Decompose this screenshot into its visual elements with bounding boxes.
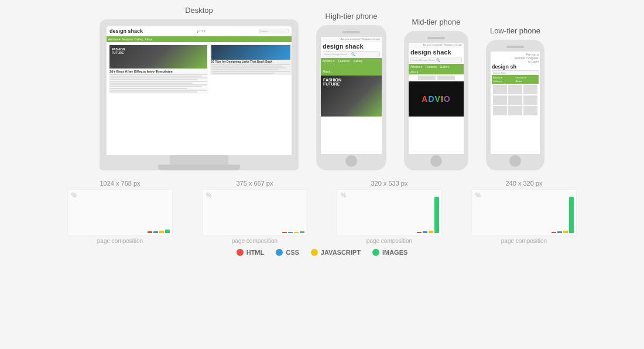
low-html-bar: [551, 232, 556, 233]
low-js-bar: [563, 231, 568, 233]
high-phone-page-label: page composition: [232, 238, 278, 244]
site-content: FASHIONFUTURE 20+ Best After Effects Int…: [107, 42, 292, 95]
low-phone-page-label: page composition: [501, 238, 547, 244]
desktop-img-bar: [165, 230, 170, 233]
high-phone-frame: Are you a member? Register or Login desi…: [316, 25, 386, 170]
site-logo: design shack: [109, 28, 143, 34]
low-phone-content: Are you amember? Registeror Login design…: [491, 52, 540, 118]
low-phone-chart-area: %: [471, 189, 577, 236]
low-phone-screen: Are you amember? Registeror Login design…: [491, 52, 540, 154]
legend-row: HTML CSS JAVASCRIPT IMAGES: [237, 249, 408, 256]
high-phone-chart-area: %: [202, 189, 307, 236]
devices-row: Desktop design shack y f t h Search... A…: [12, 6, 632, 170]
desktop-html-bar: [148, 231, 152, 233]
desktop-chart: 1024 x 768 px % page composition: [61, 180, 179, 244]
img-label: IMAGES: [382, 249, 407, 256]
advio-logo: ADVIO: [409, 81, 464, 117]
legend-css: CSS: [276, 249, 299, 256]
legend-images: IMAGES: [372, 249, 407, 256]
desktop-device: Desktop design shack y f t h Search... A…: [100, 6, 299, 170]
mid-phone-menu: Articles ▾ Features Gallery: [409, 64, 464, 70]
mid-phone-page-label: page composition: [366, 238, 412, 244]
phone-search: Search Design Shack 🔍: [323, 51, 380, 57]
low-phone-search: Search Des...: [492, 70, 539, 74]
desktop-page-label: page composition: [97, 238, 143, 244]
low-img-bar: [569, 197, 574, 233]
css-dot: [276, 249, 283, 256]
desktop-css-bar: [153, 231, 158, 233]
desktop-chart-area: %: [67, 189, 173, 236]
sidebar-item-1: 10 Tips for Designing Links That Don't S…: [210, 44, 292, 75]
high-html-bar: [282, 232, 287, 233]
content-main: FASHIONFUTURE 20+ Best After Effects Int…: [108, 44, 208, 94]
low-phone-bars: [551, 192, 574, 233]
low-phone-grid: [492, 84, 539, 117]
site-header: design shack y f t h Search...: [107, 26, 292, 36]
mid-phone-logo: design shack: [409, 47, 464, 56]
desktop-js-bar: [159, 231, 164, 233]
high-css-bar: [288, 232, 293, 233]
content-hero-img: FASHIONFUTURE: [109, 45, 207, 69]
high-phone-bars: [282, 192, 304, 233]
mid-tier-phone-device: Mid-tier phone Are you a member? Registe…: [404, 18, 468, 170]
high-js-bar: [294, 232, 299, 233]
css-label: CSS: [286, 249, 299, 256]
js-label: JAVASCRIPT: [321, 249, 361, 256]
mid-phone-resolution: 320 x 533 px: [371, 180, 408, 187]
legend-javascript: JAVASCRIPT: [311, 249, 361, 256]
phone-header-bar: Are you a member? Register or Login: [321, 37, 382, 42]
high-img-bar: [300, 231, 304, 233]
desktop-label: Desktop: [185, 6, 213, 15]
desktop-base: [158, 165, 240, 170]
mid-phone-chart: 320 x 533 px % page composition: [331, 180, 448, 244]
phone-hero-img: FASHIONFUTURE: [321, 76, 382, 117]
low-phone-chart: 240 x 320 px % page composition: [465, 180, 583, 244]
high-tier-phone-device: High-tier phone Are you a member? Regist…: [316, 12, 386, 170]
img-dot: [372, 249, 379, 256]
content-sidebar: 10 Tips for Designing Links That Don't S…: [210, 44, 292, 94]
low-phone-menu: Articles ▾ Features ▾ Gallery ▾ About: [492, 75, 539, 84]
mid-phone-screen: Are you a member? Register or Login desi…: [409, 43, 464, 154]
phone-menu: Articles ▾ Features Gallery: [321, 58, 382, 64]
low-phone-label: Low-tier phone: [490, 26, 540, 35]
phone-logo: design shack: [321, 42, 382, 50]
desktop-resolution: 1024 x 768 px: [100, 180, 140, 187]
mid-phone-search: Search Design Shack 🔍: [410, 57, 462, 63]
mid-css-bar: [423, 231, 427, 233]
high-phone-resolution: 375 x 667 px: [237, 180, 273, 187]
site-nav: y f t h: [197, 29, 205, 33]
low-tier-phone-device: Low-tier phone Are you amember? Register…: [486, 26, 544, 170]
low-phone-logo: design sh: [492, 64, 539, 70]
high-phone-label: High-tier phone: [326, 12, 378, 20]
desktop-frame: design shack y f t h Search... Articles …: [100, 19, 299, 170]
mid-html-bar: [417, 232, 422, 233]
charts-row: 1024 x 768 px % page composition 375 x 6…: [12, 180, 632, 244]
legend-html: HTML: [237, 249, 265, 256]
mid-phone-header-bar: Are you a member? Register or Login: [409, 43, 464, 47]
article-title: 20+ Best After Effects Intro Templates: [109, 70, 207, 73]
js-dot: [311, 249, 318, 256]
low-css-bar: [557, 231, 562, 233]
html-label: HTML: [246, 249, 265, 256]
high-phone-screen: Are you a member? Register or Login desi…: [321, 37, 382, 154]
low-phone-resolution: 240 x 320 px: [506, 180, 543, 187]
mid-phone-bars: [417, 192, 439, 233]
html-dot: [237, 249, 244, 256]
desktop-screen: design shack y f t h Search... Articles …: [107, 26, 292, 155]
site-search: Search...: [259, 29, 289, 33]
mid-img-bar: [434, 197, 439, 233]
low-phone-frame: Are you amember? Registeror Login design…: [486, 40, 544, 170]
mid-phone-label: Mid-tier phone: [412, 18, 460, 26]
mid-phone-chart-area: %: [337, 189, 442, 236]
mid-phone-frame: Are you a member? Register or Login desi…: [404, 31, 468, 170]
desktop-bars: [148, 192, 170, 233]
article-text: [109, 74, 207, 93]
desktop-stand: [170, 155, 228, 165]
site-menu: Articles ▾ Features Gallery About: [107, 36, 292, 42]
mid-js-bar: [429, 231, 433, 233]
high-phone-chart: 375 x 667 px % page composition: [196, 180, 313, 244]
